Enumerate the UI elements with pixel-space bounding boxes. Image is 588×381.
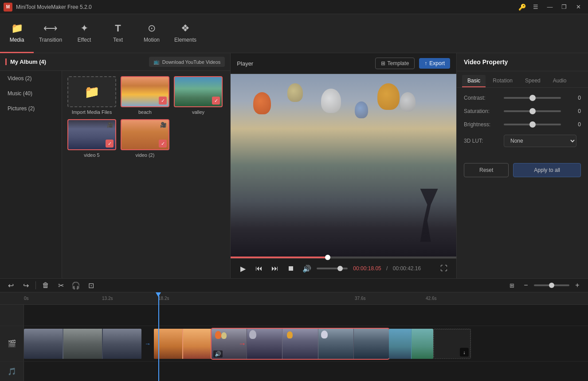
- media-icon: 📁: [11, 23, 23, 34]
- download-youtube-button[interactable]: 📺 Download YouTube Videos: [149, 57, 225, 67]
- timeline: 0s 13.2s 18.2s 37.6s 42.6s 🎬 →: [0, 292, 588, 381]
- redo-button[interactable]: ↪: [20, 279, 32, 292]
- clip-bridge[interactable]: [24, 329, 141, 359]
- restore-button[interactable]: ❐: [558, 2, 570, 12]
- valley-label: valley: [174, 109, 223, 115]
- sidebar-nav: Videos (2) Music (40) Pictures (2): [0, 71, 62, 278]
- contrast-slider-container: [504, 97, 561, 99]
- undo-button[interactable]: ↩: [4, 279, 17, 292]
- download-label: Download YouTube Videos: [162, 59, 221, 65]
- elements-icon: ❖: [181, 23, 190, 34]
- effect-label: Effect: [78, 37, 91, 43]
- brightness-slider-container: [504, 124, 561, 125]
- valley-card[interactable]: ✓ valley: [174, 76, 223, 115]
- stop-button[interactable]: ⏹: [285, 262, 297, 275]
- video2-card[interactable]: 🎥 ✓ video (2): [121, 119, 169, 158]
- brightness-slider[interactable]: [504, 124, 561, 125]
- delete-button[interactable]: 🗑: [39, 279, 52, 292]
- overlay-track-label: [0, 305, 24, 326]
- progress-fill: [231, 257, 328, 258]
- contrast-slider[interactable]: [504, 97, 561, 99]
- playhead[interactable]: [158, 292, 159, 381]
- clip-blank[interactable]: ↓: [433, 329, 471, 359]
- tab-speed[interactable]: Speed: [520, 75, 546, 87]
- transition-1[interactable]: →: [141, 329, 154, 359]
- tab-basic[interactable]: Basic: [462, 75, 486, 87]
- beach-check: ✓: [159, 97, 167, 105]
- zoom-slider[interactable]: [534, 284, 569, 286]
- content-area: Videos (2) Music (40) Pictures (2) 📁 Imp…: [0, 71, 230, 278]
- clip-river[interactable]: [389, 329, 433, 359]
- minimize-button[interactable]: —: [544, 2, 556, 12]
- current-time: 00:00:18.05: [353, 265, 381, 272]
- video2-check: ✓: [159, 140, 167, 148]
- import-media-card[interactable]: 📁 Import Media Files: [67, 76, 116, 115]
- text-icon: T: [115, 23, 121, 34]
- video-player: [231, 74, 456, 257]
- toolbar-item-media[interactable]: 📁 Media: [0, 14, 34, 53]
- video2-thumb: 🎥 ✓: [121, 119, 169, 150]
- download-overlay[interactable]: ↓: [460, 348, 469, 357]
- volume-slider[interactable]: [317, 268, 348, 269]
- right-panel: Video Property Basic Rotation Speed Audi…: [457, 53, 588, 278]
- tab-rotation[interactable]: Rotation: [487, 75, 518, 87]
- clip-beach-palm[interactable]: [154, 329, 212, 359]
- audio-track: 🎵: [0, 362, 588, 381]
- fullscreen-button[interactable]: ⛶: [438, 262, 450, 275]
- toolbar-item-transition[interactable]: ⟷ Transition: [34, 14, 67, 53]
- progress-bar-area: [231, 257, 456, 258]
- close-button[interactable]: ✕: [572, 2, 584, 12]
- ruler-0s: 0s: [24, 296, 29, 301]
- toolbar-item-elements[interactable]: ❖ Elements: [169, 14, 202, 53]
- export-button[interactable]: ↑ Export: [419, 58, 450, 69]
- video-track-content[interactable]: →: [24, 326, 588, 361]
- effect-icon: ✦: [80, 23, 88, 34]
- saturation-slider[interactable]: [504, 110, 561, 112]
- tab-audio[interactable]: Audio: [548, 75, 572, 87]
- cut-button[interactable]: ✂: [55, 279, 67, 292]
- saturation-label: Saturation:: [464, 108, 499, 114]
- zoom-fit-button[interactable]: ⊞: [506, 279, 518, 292]
- toolbar-item-effect[interactable]: ✦ Effect: [67, 14, 101, 53]
- lut-select[interactable]: None: [504, 135, 576, 147]
- beach-label: beach: [121, 109, 169, 115]
- valley-check: ✓: [212, 97, 220, 105]
- title-controls: ☰ — ❐ ✕: [529, 2, 584, 12]
- import-label: Import Media Files: [67, 109, 116, 115]
- video5-label: video 5: [67, 152, 116, 158]
- progress-bar[interactable]: [231, 257, 456, 258]
- sidebar-item-music[interactable]: Music (40): [0, 86, 62, 101]
- beach-card[interactable]: ✓ beach: [121, 76, 169, 115]
- zoom-plus-button[interactable]: +: [571, 279, 584, 292]
- crop-button[interactable]: ⊡: [85, 279, 97, 292]
- audio-button[interactable]: 🎧: [70, 279, 82, 292]
- volume-button[interactable]: 🔊: [301, 262, 313, 275]
- toolbar-item-motion[interactable]: ⊙ Motion: [135, 14, 169, 53]
- play-button[interactable]: ▶: [237, 262, 249, 275]
- contrast-value: 0: [565, 95, 581, 101]
- prev-frame-button[interactable]: ⏮: [253, 262, 265, 275]
- toolbar-item-text[interactable]: T Text: [101, 14, 135, 53]
- key-icon: 🔑: [518, 4, 526, 11]
- overlay-track-content: [24, 305, 588, 326]
- progress-thumb[interactable]: [325, 255, 330, 260]
- video5-card[interactable]: 🎥 ✓ video 5: [67, 119, 116, 158]
- cam-icon-video5: 🎥: [107, 122, 114, 128]
- apply-all-button[interactable]: Apply to all: [513, 163, 581, 177]
- next-frame-button[interactable]: ⏭: [269, 262, 281, 275]
- sidebar-item-videos[interactable]: Videos (2): [0, 71, 62, 86]
- album-header: My Album (4) 📺 Download YouTube Videos: [0, 53, 230, 71]
- menu-button[interactable]: ☰: [529, 2, 542, 12]
- playhead-top: [156, 292, 161, 297]
- prop-actions: Reset Apply to all: [464, 163, 581, 177]
- motion-icon: ⊙: [148, 23, 156, 34]
- sidebar-item-pictures[interactable]: Pictures (2): [0, 101, 62, 116]
- zoom-minus-button[interactable]: −: [520, 279, 532, 292]
- app-title: MiniTool MovieMaker Free 5.2.0: [16, 4, 518, 10]
- reset-button[interactable]: Reset: [464, 163, 509, 177]
- template-button[interactable]: ⊞ Template: [375, 58, 415, 69]
- folder-icon: 📁: [84, 85, 100, 99]
- lut-row: 3D LUT: None: [464, 135, 581, 147]
- clip-hotair[interactable]: → 🔊: [212, 329, 389, 359]
- text-label: Text: [113, 37, 123, 43]
